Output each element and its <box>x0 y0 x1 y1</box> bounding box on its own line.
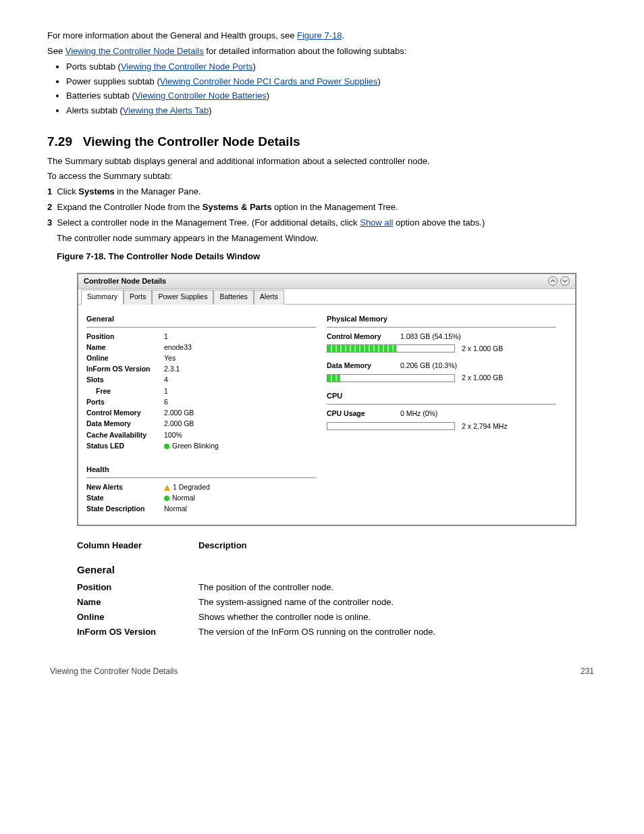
subtabs-intro-link[interactable]: Viewing the Controller Node Details <box>65 46 204 56</box>
show-all-link[interactable]: Show all <box>360 217 393 228</box>
panel-titlebar: Controller Node Details <box>78 274 575 290</box>
bullet-batteries: Batteries subtab (Viewing Controller Nod… <box>66 90 597 103</box>
control-memory-label: Control Memory <box>327 332 394 342</box>
panel-title: Controller Node Details <box>84 276 166 287</box>
link-ports[interactable]: Viewing the Controller Node Ports <box>121 61 253 72</box>
right-column: Physical Memory Control Memory 1.083 GB … <box>327 310 567 515</box>
general-value: 100% <box>164 430 316 440</box>
expand-button[interactable] <box>560 276 570 286</box>
data-memory-bar-fill <box>327 375 340 382</box>
panel-body: General Position1Nameenode33OnlineYesInF… <box>78 305 575 525</box>
description-key: InForm OS Version <box>77 626 198 639</box>
general-row: Free1 <box>86 386 316 396</box>
general-key: Free <box>86 386 164 396</box>
general-key: Online <box>86 353 164 363</box>
data-memory-usage: 0.206 GB (10.3%) <box>400 361 457 371</box>
general-row: Nameenode33 <box>86 342 316 353</box>
section-title-text: Viewing the Controller Node Details <box>83 134 300 149</box>
tab-summary[interactable]: Summary <box>81 290 124 304</box>
description-table: PositionThe position of the controller n… <box>77 581 576 638</box>
left-column: General Position1Nameenode33OnlineYesInF… <box>86 310 327 515</box>
health-header: Health <box>86 463 316 478</box>
bullet-ports: Ports subtab (Viewing the Controller Nod… <box>66 61 597 74</box>
link-power-supplies[interactable]: Viewing Controller Node PCI Cards and Po… <box>160 76 378 86</box>
intro-punct: . <box>342 30 344 41</box>
panel-tabs: Summary Ports Power Supplies Batteries A… <box>78 289 575 304</box>
link-batteries[interactable]: Viewing Controller Node Batteries <box>135 90 267 101</box>
general-value: 2.000 GB <box>164 419 316 429</box>
general-key: Status LED <box>86 441 164 451</box>
health-row: StateNormal <box>86 493 316 503</box>
subtab-bullet-list: Ports subtab (Viewing the Controller Nod… <box>66 61 597 118</box>
description-row: InForm OS VersionThe version of the InFo… <box>77 626 576 639</box>
general-row: OnlineYes <box>86 353 316 363</box>
general-value: 1 <box>164 386 316 396</box>
footer-left: Viewing the Controller Node Details <box>50 666 178 677</box>
subtabs-intro: See Viewing the Controller Node Details … <box>47 45 597 58</box>
step-2: 2 Expand the Controller Node from the Sy… <box>47 201 597 214</box>
tab-power-supplies[interactable]: Power Supplies <box>152 290 213 304</box>
general-value: 4 <box>164 375 316 385</box>
description-value: Shows whether the controller node is onl… <box>198 611 576 624</box>
general-key: Slots <box>86 375 164 385</box>
general-row: InForm OS Version2.3.1 <box>86 364 316 374</box>
description-key: Position <box>77 581 198 594</box>
collapse-button[interactable] <box>548 276 558 286</box>
controller-node-details-panel: Controller Node Details Summary Ports Po… <box>77 273 576 526</box>
health-row: State DescriptionNormal <box>86 504 316 514</box>
tab-batteries[interactable]: Batteries <box>213 290 253 304</box>
intro-link[interactable]: Figure 7-18 <box>297 30 342 41</box>
health-value: 1 Degraded <box>164 482 316 492</box>
physical-memory-header: Physical Memory <box>327 313 556 328</box>
section-title: 7.29 Viewing the Controller Node Details <box>47 132 597 151</box>
general-value: 6 <box>164 397 316 407</box>
intro-text-before: For more information about the General a… <box>47 30 297 41</box>
subtabs-intro-after: for detailed information about the follo… <box>206 46 406 56</box>
chevron-up-icon <box>550 278 556 284</box>
cpu-block: CPU Usage 0 MHz (0%) 2 x 2,794 MHz <box>327 409 556 431</box>
tab-ports[interactable]: Ports <box>124 290 153 304</box>
tab-alerts[interactable]: Alerts <box>254 290 284 304</box>
general-row: Status LEDGreen Blinking <box>86 441 316 451</box>
description-key: Online <box>77 611 198 624</box>
data-memory-block: Data Memory 0.206 GB (10.3%) 2 x 1.000 G… <box>327 361 556 383</box>
health-key: State <box>86 493 164 503</box>
cpu-usage-value: 0 MHz (0%) <box>400 409 437 419</box>
cpu-bar <box>327 422 455 430</box>
general-row: Position1 <box>86 332 316 342</box>
control-memory-bar <box>327 344 455 353</box>
description-row: PositionThe position of the controller n… <box>77 581 576 594</box>
bullet-alerts: Alerts subtab (Viewing the Alerts Tab) <box>66 105 597 118</box>
data-memory-bar <box>327 374 455 382</box>
subtabs-intro-prefix: See <box>47 46 65 56</box>
description-row: NameThe system-assigned name of the cont… <box>77 596 576 609</box>
general-subsection: General <box>77 563 597 577</box>
general-key: Cache Availability <box>86 430 164 440</box>
control-memory-usage: 1.083 GB (54.15%) <box>400 332 461 342</box>
cpu-caption: 2 x 2,794 MHz <box>462 421 508 432</box>
general-key: InForm OS Version <box>86 364 164 374</box>
page-footer: Viewing the Controller Node Details 231 <box>47 666 597 677</box>
link-alerts[interactable]: Viewing the Alerts Tab <box>123 105 209 115</box>
general-key: Ports <box>86 397 164 407</box>
data-memory-label: Data Memory <box>327 361 394 371</box>
step-3: 3 Select a controller node in the Manage… <box>47 217 597 230</box>
general-header: General <box>86 313 316 328</box>
description-key: Name <box>77 596 198 609</box>
chevron-down-icon <box>562 278 568 284</box>
cpu-header: CPU <box>327 390 556 405</box>
general-key: Data Memory <box>86 419 164 429</box>
data-memory-caption: 2 x 1.000 GB <box>462 373 503 383</box>
step-1: 1 Click Systems in the Manager Pane. <box>47 186 597 199</box>
steps-after: The controller node summary appears in t… <box>57 232 597 245</box>
description-row: OnlineShows whether the controller node … <box>77 611 576 624</box>
cpu-usage-label: CPU Usage <box>327 409 394 419</box>
col-header-desc: Description <box>198 540 247 552</box>
control-memory-block: Control Memory 1.083 GB (54.15%) 2 x 1.0… <box>327 332 556 354</box>
status-led-icon <box>164 444 169 449</box>
figure-caption: Figure 7-18. The Controller Node Details… <box>57 251 597 263</box>
status-led-icon <box>164 496 169 501</box>
general-row: Cache Availability100% <box>86 430 316 440</box>
description-value: The version of the InForm OS running on … <box>198 626 576 639</box>
health-key: New Alerts <box>86 482 164 492</box>
